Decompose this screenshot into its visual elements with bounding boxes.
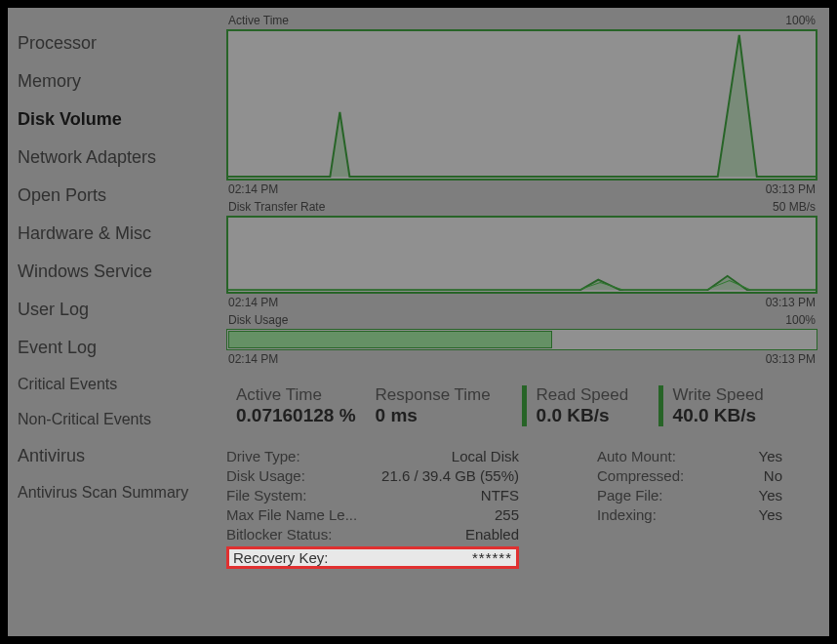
detail-file-system: File System: NTFS bbox=[226, 487, 519, 503]
stat-write-speed-value: 40.0 KB/s bbox=[673, 405, 785, 426]
stat-active-time-label: Active Time bbox=[236, 385, 356, 405]
chart-active-time-title: Active Time bbox=[228, 14, 289, 27]
sidebar-item-antivirus-scan-summary[interactable]: Antivirus Scan Summary bbox=[18, 484, 226, 502]
detail-compressed: Compressed: No bbox=[597, 467, 782, 484]
detail-drive-type: Drive Type: Local Disk bbox=[226, 448, 519, 464]
sidebar-item-antivirus[interactable]: Antivirus bbox=[18, 446, 226, 466]
sidebar-item-hardware-misc[interactable]: Hardware & Misc bbox=[18, 223, 226, 244]
main-panel: Active Time 100% 02:14 PM 03:13 PM Disk … bbox=[226, 14, 821, 630]
disk-usage-fill bbox=[228, 331, 552, 348]
chart-active-time-end: 03:13 PM bbox=[766, 182, 816, 196]
detail-auto-mount: Auto Mount: Yes bbox=[597, 448, 782, 464]
sidebar-item-disk-volume[interactable]: Disk Volume bbox=[18, 109, 226, 130]
stats-row: Active Time 0.07160128 % Response Time 0… bbox=[226, 385, 817, 426]
chart-disk-usage: Disk Usage 100% 02:14 PM 03:13 PM bbox=[226, 313, 817, 366]
sidebar-item-open-ports[interactable]: Open Ports bbox=[18, 185, 226, 206]
chart-active-time-max: 100% bbox=[785, 14, 816, 27]
chart-disk-usage-start: 02:14 PM bbox=[228, 352, 278, 366]
sidebar-item-processor[interactable]: Processor bbox=[18, 33, 226, 54]
chart-active-time-start: 02:14 PM bbox=[228, 182, 278, 196]
chart-transfer-rate-plot bbox=[226, 216, 817, 294]
stat-read-speed-label: Read Speed bbox=[537, 385, 649, 405]
detail-indexing: Indexing: Yes bbox=[597, 506, 782, 523]
app-frame: Processor Memory Disk Volume Network Ada… bbox=[0, 0, 837, 644]
stat-read-speed: Read Speed 0.0 KB/s bbox=[522, 385, 658, 426]
content: Processor Memory Disk Volume Network Ada… bbox=[8, 8, 829, 636]
stat-write-speed: Write Speed 40.0 KB/s bbox=[658, 385, 795, 426]
recovery-key-label: Recovery Key: bbox=[233, 549, 329, 566]
chart-disk-usage-max: 100% bbox=[785, 313, 816, 327]
detail-recovery-key[interactable]: Recovery Key: ****** bbox=[226, 546, 519, 569]
sidebar-item-user-log[interactable]: User Log bbox=[18, 300, 226, 320]
chart-active-time-plot bbox=[226, 29, 817, 181]
detail-disk-usage: Disk Usage: 21.6 / 39.4 GB (55%) bbox=[226, 467, 519, 484]
stat-response-time-value: 0 ms bbox=[376, 405, 512, 426]
sidebar-item-network-adapters[interactable]: Network Adapters bbox=[18, 147, 226, 168]
detail-page-file: Page File: Yes bbox=[597, 487, 782, 503]
chart-disk-usage-end: 03:13 PM bbox=[766, 352, 816, 366]
chart-transfer-rate-end: 03:13 PM bbox=[766, 296, 816, 309]
stat-write-speed-label: Write Speed bbox=[673, 385, 785, 405]
chart-transfer-rate-start: 02:14 PM bbox=[228, 296, 278, 309]
sidebar-item-memory[interactable]: Memory bbox=[18, 71, 226, 92]
stat-active-time: Active Time 0.07160128 % bbox=[226, 385, 366, 426]
chart-transfer-rate-max: 50 MB/s bbox=[773, 200, 816, 214]
sidebar: Processor Memory Disk Volume Network Ada… bbox=[12, 14, 226, 630]
stat-response-time: Response Time 0 ms bbox=[366, 385, 522, 426]
recovery-key-value[interactable]: ****** bbox=[444, 549, 512, 566]
sidebar-item-event-log[interactable]: Event Log bbox=[18, 338, 226, 358]
sidebar-item-windows-service[interactable]: Windows Service bbox=[18, 262, 226, 282]
chart-disk-usage-plot bbox=[226, 329, 817, 350]
sidebar-item-critical-events[interactable]: Critical Events bbox=[18, 376, 226, 393]
details-right: Auto Mount: Yes Compressed: No Page File… bbox=[597, 448, 782, 569]
chart-disk-usage-title: Disk Usage bbox=[228, 313, 288, 327]
stat-response-time-label: Response Time bbox=[376, 385, 512, 405]
details-left: Drive Type: Local Disk Disk Usage: 21.6 … bbox=[226, 448, 519, 569]
details: Drive Type: Local Disk Disk Usage: 21.6 … bbox=[226, 448, 817, 569]
detail-max-filename: Max File Name Le... 255 bbox=[226, 506, 519, 523]
sidebar-item-noncritical-events[interactable]: Non-Critical Events bbox=[18, 411, 226, 428]
chart-transfer-rate: Disk Transfer Rate 50 MB/s 02:14 PM 03:1… bbox=[226, 200, 817, 309]
stat-read-speed-value: 0.0 KB/s bbox=[537, 405, 649, 426]
detail-bitlocker-status: Bitlocker Status: Enabled bbox=[226, 526, 519, 543]
chart-active-time: Active Time 100% 02:14 PM 03:13 PM bbox=[226, 14, 817, 196]
stat-active-time-value: 0.07160128 % bbox=[236, 405, 356, 426]
chart-transfer-rate-title: Disk Transfer Rate bbox=[228, 200, 325, 214]
